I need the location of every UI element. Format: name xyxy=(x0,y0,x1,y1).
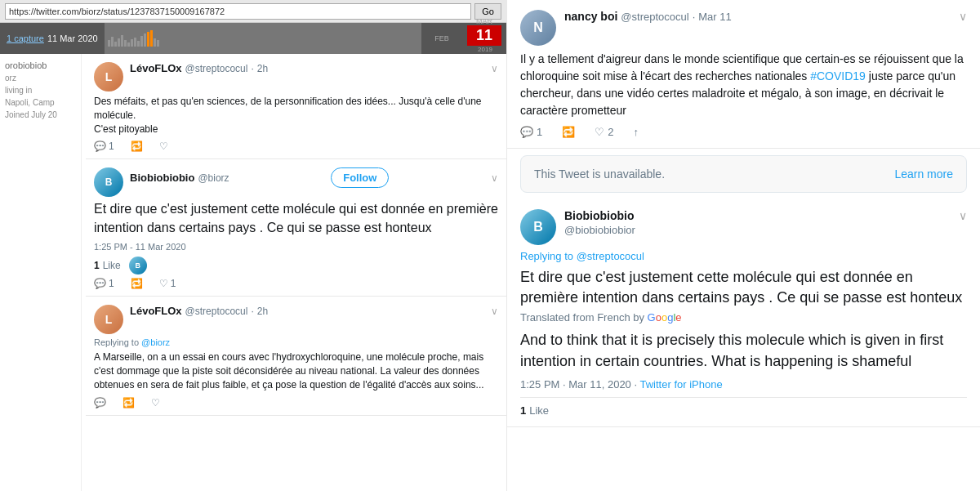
right-tweet-translation: And to think that it is precisely this m… xyxy=(520,330,967,371)
tweet-dot: · xyxy=(251,306,253,317)
retweet-button[interactable]: 🔁 xyxy=(131,141,143,152)
retweet-button[interactable]: 🔁 xyxy=(131,278,143,289)
tbar-active xyxy=(147,32,149,47)
like-count: 2 xyxy=(608,126,613,138)
right-tweet-header: N nancy boi @streptococul · Mar 11 ∨ xyxy=(520,10,967,46)
tweet-body: Des méfaits, et pas qu'en sciences, de l… xyxy=(94,95,498,136)
tweet-display-name: Biobiobiobio xyxy=(130,172,194,184)
calendar-timeline xyxy=(105,23,421,54)
current-month-box: MAR 11 2019 2020 xyxy=(462,23,506,54)
translated-label-row: Translated from French by Google xyxy=(520,311,967,324)
avatar-nancy: N xyxy=(520,10,556,46)
profile-joined: Joined July 20 xyxy=(5,110,76,119)
profile-info: orz xyxy=(5,74,76,83)
reply-count: 1 xyxy=(537,126,542,138)
wayback-toolbar: Go xyxy=(0,0,506,23)
reply-button[interactable]: 💬 xyxy=(94,397,106,408)
tbar xyxy=(137,41,140,47)
chevron-down-icon[interactable]: ∨ xyxy=(491,172,498,184)
hashtag-covid19[interactable]: #COVID19 xyxy=(810,69,866,83)
right-tweet-handle: @biobiobiobior xyxy=(564,224,635,236)
right-tweet-meta: Biobiobiobio ∨ @biobiobiobior xyxy=(564,209,967,237)
likes-count: 1 xyxy=(94,260,100,271)
google-g: G xyxy=(648,311,656,324)
unavailable-tweet-box: This Tweet is unavailable. Learn more xyxy=(520,155,967,193)
chevron-down-icon[interactable]: ∨ xyxy=(959,10,967,23)
retweet-button[interactable]: 🔁 xyxy=(122,397,135,408)
tweet-card-levo2: L LévoFLOx @streptococul · 2h ∨ Replying… xyxy=(86,297,506,415)
chevron-down-icon[interactable]: ∨ xyxy=(491,306,498,317)
timestamp-text: 1:25 PM · Mar 11, 2020 xyxy=(520,378,631,391)
tweet-name-row: LévoFLOx @streptococul · 2h ∨ xyxy=(130,62,498,74)
share-icon: ↑ xyxy=(633,126,639,138)
reply-button[interactable]: 💬 1 xyxy=(520,126,542,138)
follow-button[interactable]: Follow xyxy=(331,167,389,188)
retweet-icon: 🔁 xyxy=(131,278,143,289)
avatar-bio1: B xyxy=(94,167,123,197)
profile-location: Napoli, Camp xyxy=(5,98,76,107)
reply-to-handle[interactable]: @biorz xyxy=(141,337,170,347)
left-panel: Go 1 capture 11 Mar 2020 xyxy=(0,0,506,491)
tbar xyxy=(127,42,130,47)
right-tweet-name: Biobiobiobio xyxy=(564,209,635,222)
like-button[interactable]: ♡ 2 xyxy=(595,126,613,138)
tweet-header: B Biobiobiobio @biorz Follow ∨ xyxy=(94,167,498,197)
google-o1: o xyxy=(656,311,662,324)
liker-avatar: B xyxy=(129,257,147,275)
right-tweet-card-nancy: N nancy boi @streptococul · Mar 11 ∨ Il … xyxy=(507,0,980,149)
right-tweet-dot: · xyxy=(693,11,696,23)
tweet-reply-to: Replying to @biorz xyxy=(94,337,498,347)
tweet-handle: @streptococul xyxy=(185,63,248,74)
avatar-bio-right: B xyxy=(520,209,556,245)
unavailable-text: This Tweet is unavailable. xyxy=(534,167,665,181)
right-likes-label: Like xyxy=(529,404,549,417)
prev-year: 2019 xyxy=(478,46,492,53)
tbar-active xyxy=(150,30,153,47)
chevron-down-icon[interactable]: ∨ xyxy=(491,63,498,74)
right-tweet-time: Mar 11 xyxy=(698,11,731,23)
tweet-likes-row: 1 Like B xyxy=(94,257,498,275)
right-tweet-meta: nancy boi @streptococul · Mar 11 ∨ xyxy=(564,10,967,23)
tbar xyxy=(154,38,156,47)
timeline-bars xyxy=(105,30,421,47)
reply-button[interactable]: 💬 1 xyxy=(94,278,114,289)
tweet-handle: @biorz xyxy=(198,172,229,184)
tweet-header: L LévoFLOx @streptococul · 2h ∨ xyxy=(94,305,498,334)
like-button[interactable]: ♡ xyxy=(151,397,160,408)
like-button[interactable]: ♡ 1 xyxy=(159,278,176,289)
tweet-name-row: LévoFLOx @streptococul · 2h ∨ xyxy=(130,305,498,317)
retweet-icon: 🔁 xyxy=(131,141,143,152)
reply-icon: 💬 xyxy=(94,141,106,152)
tweet-body: A Marseille, on a un essai en cours avec… xyxy=(94,350,498,391)
reply-icon: 💬 xyxy=(520,126,533,138)
reply-count: 1 xyxy=(109,141,114,152)
tweet-source-link[interactable]: Twitter for iPhone xyxy=(639,378,722,391)
retweet-icon: 🔁 xyxy=(122,397,135,408)
tweet-time: 2h xyxy=(257,306,268,317)
tweet-name-row: nancy boi @streptococul · Mar 11 ∨ xyxy=(564,10,967,23)
url-bar[interactable] xyxy=(5,3,471,20)
current-day: 11 xyxy=(467,25,501,46)
reply-to-handle[interactable]: @streptococul xyxy=(577,250,644,262)
tweet-time: 2h xyxy=(257,63,268,74)
tbar xyxy=(144,33,146,47)
reply-icon: 💬 xyxy=(94,397,106,408)
heart-icon: ♡ xyxy=(159,278,168,289)
google-brand: Google xyxy=(648,311,682,324)
profile-living-label: living in xyxy=(5,86,76,95)
translated-from-label: Translated from French by xyxy=(520,311,644,324)
retweet-button[interactable]: 🔁 xyxy=(562,126,575,138)
tbar xyxy=(157,40,159,47)
chevron-down-icon[interactable]: ∨ xyxy=(959,209,967,222)
like-button[interactable]: ♡ xyxy=(159,141,168,152)
learn-more-link[interactable]: Learn more xyxy=(894,167,953,181)
profile-username: orobiobiob xyxy=(5,60,76,70)
share-button[interactable]: ↑ xyxy=(633,126,639,138)
prev-month-label: FEB xyxy=(434,34,449,42)
calendar-left: 1 capture 11 Mar 2020 xyxy=(0,23,105,54)
reply-button[interactable]: 💬 1 xyxy=(94,141,114,152)
tbar xyxy=(124,40,127,47)
avatar-levo1: L xyxy=(94,62,123,92)
capture-link[interactable]: 1 capture xyxy=(7,33,44,43)
tbar xyxy=(108,40,110,47)
